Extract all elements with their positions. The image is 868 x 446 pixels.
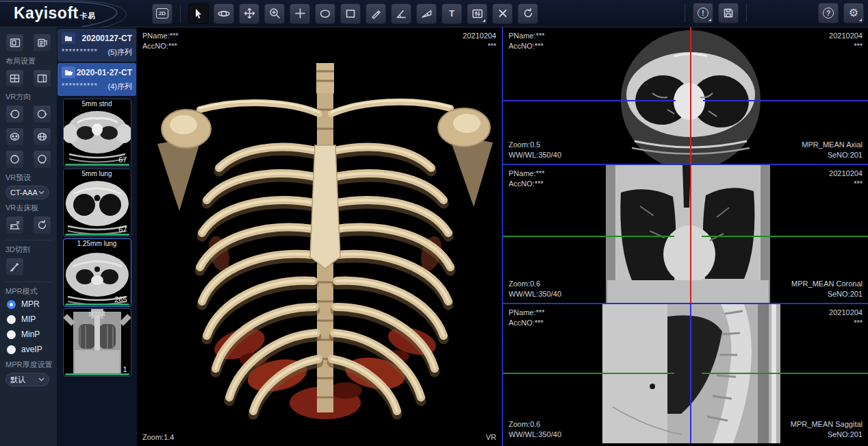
axial-reference-line[interactable]: [503, 373, 674, 374]
rotate-3d-tool-button[interactable]: [214, 3, 234, 24]
zoom-in-tool-button[interactable]: [264, 3, 285, 24]
vr-head-superior-button[interactable]: [5, 150, 24, 169]
vr-head-anterior-button[interactable]: [5, 127, 24, 146]
vr-head-left-button[interactable]: [5, 105, 24, 123]
vr-study-overlay: 20210204 ***: [463, 31, 496, 51]
mpr-coronal-viewport[interactable]: PName:*** AccNO:*** 20210204 *** Zoom:0.…: [503, 165, 868, 304]
study-item-2-selected[interactable]: 2020-01-27-CT ********** (4)序列: [58, 63, 136, 96]
save-tool-button[interactable]: [718, 3, 739, 23]
angle-tool-button[interactable]: [391, 3, 411, 24]
thumbnail-progress-bar: [65, 373, 129, 375]
mpr-zoom-overlay: Zoom:0.6 WW/WL:350/40: [509, 279, 561, 299]
remove-bed-button[interactable]: [5, 216, 24, 234]
mpr-mode-option-label: MinP: [21, 330, 40, 339]
mpr-view-label: MPR_MEAN Axial: [802, 140, 863, 150]
sagittal-reference-line[interactable]: [690, 27, 691, 164]
left-sidebar: 布局设置 VR方向: [0, 27, 57, 446]
layout-report-button[interactable]: [33, 34, 51, 52]
sagittal-reference-line[interactable]: [690, 165, 691, 303]
series-thumbnail-scout[interactable]: scout 1: [63, 308, 131, 377]
2d-view-tool-button[interactable]: 2D: [152, 3, 173, 24]
mpr-axial-viewport[interactable]: PName:*** AccNO:*** 20210204 *** Zoom:0.…: [503, 27, 868, 165]
mpr-thickness-select[interactable]: 默认: [5, 373, 49, 386]
mpr-pname: PName:***: [509, 31, 545, 41]
vr-head-posterior-icon: [36, 131, 48, 143]
vr-accno: AccNO:***: [142, 41, 179, 51]
settings-tool-button[interactable]: ⚙: [843, 3, 864, 23]
crosshair-icon: [294, 8, 306, 19]
mpr-mode-option-minp[interactable]: MinP: [7, 330, 57, 339]
vr-preset-select[interactable]: CT-AAA: [5, 186, 49, 199]
rectangle-tool-button[interactable]: [340, 3, 361, 24]
pan-tool-button[interactable]: [239, 3, 259, 24]
study-series-count: (4)序列: [108, 82, 132, 92]
dropdown-corner-indicator: [709, 18, 711, 21]
folder-open-icon: [62, 66, 75, 78]
help-tool-button[interactable]: ?: [818, 3, 839, 23]
vr-study-date: 20210204: [463, 31, 496, 41]
mpr-sagittal-viewport[interactable]: PName:*** AccNO:*** 20210204 *** Zoom:0.…: [503, 304, 868, 443]
mpr-accno: AccNO:***: [509, 318, 545, 328]
2d-view-icon: 2D: [156, 8, 168, 18]
mpr-study-date: 20210204: [829, 308, 863, 318]
sidebar-divider: [5, 240, 51, 240]
thumbnail-image-count: 67: [118, 225, 127, 234]
text-tool-button[interactable]: T: [442, 3, 462, 24]
mpr-study-date: 20210204: [829, 169, 863, 179]
delete-tool-button[interactable]: [492, 3, 513, 24]
mpr-thickness-value: 默认: [10, 375, 25, 385]
layout-viewer-button[interactable]: [5, 34, 24, 52]
coronal-reference-line[interactable]: [503, 100, 676, 101]
series-thumbnail-5mm-stnd[interactable]: 5mm stnd 67: [63, 99, 131, 167]
bed-reset-button[interactable]: [33, 216, 51, 234]
mpr-view-label: MPR_MEAN Coronal: [791, 279, 863, 289]
axial-reference-line[interactable]: [702, 373, 868, 374]
vr-zoom-overlay: Zoom:1.4: [142, 432, 174, 443]
series-thumbnail-1-25mm-lung-selected[interactable]: 1.25mm lung 265: [63, 238, 131, 307]
mpr-study-overlay: 20210204 ***: [829, 31, 863, 51]
mpr-mode-option-label: MIP: [21, 314, 36, 324]
text-tool-icon: T: [449, 8, 455, 18]
scalpel-cut-button[interactable]: [5, 258, 24, 276]
coronal-reference-line[interactable]: [690, 304, 691, 443]
mpr-mode-option-label: aveIP: [21, 345, 42, 354]
axial-reference-line[interactable]: [503, 236, 674, 237]
mpr-mode-option-mpr[interactable]: MPR: [7, 299, 57, 309]
series-thumbnail-5mm-lung[interactable]: 5mm lung 67: [63, 169, 131, 237]
mpr-mode-option-mip[interactable]: MIP: [7, 314, 57, 324]
cobb-angle-tool-button[interactable]: [416, 3, 437, 24]
mpr-column: PName:*** AccNO:*** 20210204 *** Zoom:0.…: [502, 27, 868, 446]
vr-head-inferior-button[interactable]: [33, 150, 51, 169]
window-level-tool-button[interactable]: [467, 3, 487, 24]
mpr-mode-option-aveip[interactable]: aveIP: [7, 345, 57, 354]
layout-1-plus-side-button[interactable]: [33, 69, 51, 88]
vr-3d-viewport[interactable]: PName:*** AccNO:*** 20210204 *** Zoom:1.…: [137, 27, 502, 446]
thumbnail-progress-bar: [65, 234, 129, 236]
mpr-wwwl: WW/WL:350/40: [509, 150, 561, 160]
info-tool-button[interactable]: !: [693, 3, 713, 23]
pencil-tool-button[interactable]: [366, 3, 386, 24]
mpr-masked: ***: [829, 179, 863, 189]
coronal-reference-line[interactable]: [703, 100, 868, 101]
thumbnail-progress-bar: [65, 164, 129, 166]
study-series-count: (5)序列: [108, 47, 132, 58]
rotate-3d-icon: [218, 8, 230, 20]
layout-section-label: 布局设置: [5, 56, 57, 66]
reset-tool-button[interactable]: [518, 3, 538, 24]
study-item-1[interactable]: 20200127-CT ********** (5)序列: [58, 29, 136, 62]
chevron-down-icon: [38, 377, 44, 382]
ellipse-tool-button[interactable]: [315, 3, 335, 24]
mpr-wwwl: WW/WL:350/40: [509, 430, 561, 440]
vr-head-right-button[interactable]: [33, 105, 51, 123]
crosshair-tool-button[interactable]: [290, 3, 310, 24]
sidebar-divider: [5, 282, 51, 282]
study-title: 2020-01-27-CT: [77, 68, 132, 77]
vr-head-posterior-button[interactable]: [33, 127, 51, 146]
cut-3d-label: 3D切割: [5, 245, 57, 255]
cursor-tool-button[interactable]: [188, 3, 209, 24]
layout-grid-2x2-button[interactable]: [5, 69, 24, 88]
axial-reference-line[interactable]: [702, 236, 868, 237]
vr-preset-value: CT-AAA: [10, 188, 38, 197]
thumbnail-image-count: 265: [114, 295, 127, 303]
mpr-zoom: Zoom:0.6: [509, 419, 561, 430]
